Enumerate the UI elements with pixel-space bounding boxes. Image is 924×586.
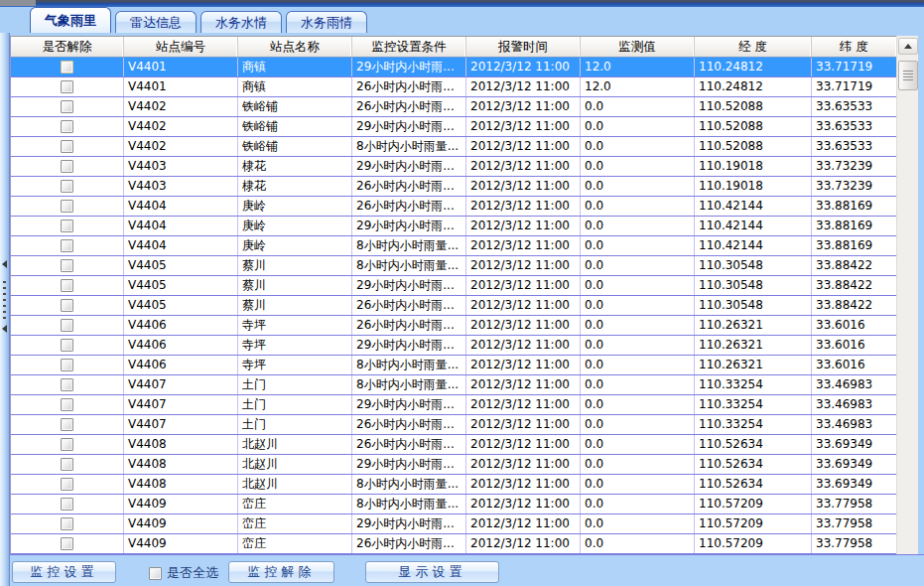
table-row[interactable]: V4403棣花26小时内小时雨...2012/3/12 11:000.0110.… (11, 177, 896, 197)
cell-station-name: 北赵川 (238, 455, 352, 474)
cell-station-id: V4404 (124, 197, 238, 216)
table-row[interactable]: V4409峦庄29小时内小时雨...2012/3/12 11:000.0110.… (11, 514, 896, 534)
row-release-checkbox[interactable] (61, 458, 73, 471)
cell-monitor-condition: 8小时内小时雨量... (352, 495, 466, 513)
row-release-checkbox[interactable] (61, 478, 73, 491)
row-release-checkbox[interactable] (61, 537, 73, 550)
table-row[interactable]: V4409峦庄26小时内小时雨...2012/3/12 11:000.0110.… (11, 534, 896, 554)
row-release-checkbox[interactable] (61, 220, 73, 232)
bottom-toolbar: 监控设置 是否全选 监控解除 显示设置 (10, 554, 924, 586)
cell-latitude: 33.88422 (812, 256, 896, 275)
select-all-checkbox[interactable] (149, 567, 162, 580)
row-release-checkbox[interactable] (61, 259, 73, 272)
table-row[interactable]: V4405蔡川26小时内小时雨...2012/3/12 11:000.0110.… (11, 296, 896, 316)
cell-monitor-value: 0.0 (581, 177, 695, 196)
cell-monitor-value: 0.0 (581, 534, 695, 553)
row-release-checkbox[interactable] (61, 339, 73, 352)
cell-alarm-time: 2012/3/12 11:00 (466, 415, 581, 434)
cell-station-name: 棣花 (238, 177, 352, 196)
column-header[interactable]: 站点名称 (238, 37, 352, 57)
column-header[interactable]: 站点编号 (124, 37, 238, 57)
row-release-checkbox[interactable] (61, 359, 73, 371)
row-release-checkbox[interactable] (61, 160, 73, 173)
table-row[interactable]: V4405蔡川29小时内小时雨...2012/3/12 11:000.0110.… (11, 276, 896, 296)
column-header[interactable]: 经 度 (695, 37, 812, 57)
table-row[interactable]: V4408北赵川26小时内小时雨...2012/3/12 11:000.0110… (11, 435, 896, 455)
tab-weather-rainfall[interactable]: 气象雨里 (30, 7, 111, 33)
table-row[interactable]: V4401商镇26小时内小时雨...2012/3/12 11:0012.0110… (11, 77, 896, 97)
row-release-checkbox[interactable] (61, 140, 73, 153)
tab-water-rainfall[interactable]: 水务雨情 (286, 11, 367, 33)
column-header[interactable]: 纬 度 (812, 37, 897, 57)
row-release-checkbox[interactable] (61, 299, 73, 312)
cell-station-id: V4401 (124, 58, 238, 76)
row-release-checkbox[interactable] (61, 398, 73, 411)
table-row[interactable]: V4406寺坪29小时内小时雨...2012/3/12 11:000.0110.… (11, 336, 896, 356)
table-row[interactable]: V4406寺坪8小时内小时雨量...2012/3/12 11:000.0110.… (11, 356, 896, 375)
table-row[interactable]: V4407土门26小时内小时雨...2012/3/12 11:000.0110.… (11, 415, 896, 435)
cell-alarm-time: 2012/3/12 11:00 (466, 177, 581, 196)
cell-monitor-condition: 29小时内小时雨... (352, 217, 466, 235)
monitor-release-button[interactable]: 监控解除 (228, 561, 334, 583)
row-release-checkbox[interactable] (61, 80, 73, 93)
cell-station-name: 寺坪 (238, 336, 352, 355)
row-release-checkbox[interactable] (61, 498, 73, 511)
table-row[interactable]: V4409峦庄8小时内小时雨量...2012/3/12 11:000.0110.… (11, 495, 896, 514)
row-release-checkbox[interactable] (61, 517, 73, 530)
cell-longitude: 110.33254 (695, 375, 812, 394)
splitter-collapse-arrow-bottom-icon[interactable] (2, 325, 7, 333)
row-release-checkbox[interactable] (61, 61, 73, 73)
row-release-checkbox[interactable] (61, 319, 73, 332)
cell-alarm-time: 2012/3/12 11:00 (466, 256, 581, 275)
row-release-checkbox[interactable] (61, 418, 73, 431)
table-row[interactable]: V4404庚岭29小时内小时雨...2012/3/12 11:000.0110.… (11, 217, 896, 236)
vertical-scrollbar[interactable] (896, 36, 918, 554)
table-row[interactable]: V4402铁峪铺8小时内小时雨量...2012/3/12 11:000.0110… (11, 137, 896, 157)
column-header[interactable]: 报警时间 (466, 37, 581, 57)
row-release-checkbox[interactable] (61, 239, 73, 252)
table-row[interactable]: V4407土门8小时内小时雨量...2012/3/12 11:000.0110.… (11, 375, 896, 395)
table-row[interactable]: V4402铁峪铺26小时内小时雨...2012/3/12 11:000.0110… (11, 97, 896, 117)
window-right-edge (918, 33, 924, 586)
table-row[interactable]: V4402铁峪铺29小时内小时雨...2012/3/12 11:000.0110… (11, 117, 896, 137)
cell-monitor-condition: 29小时内小时雨... (352, 514, 466, 533)
cell-release-flag (11, 514, 124, 533)
cell-alarm-time: 2012/3/12 11:00 (466, 395, 581, 414)
tab-water-regime[interactable]: 水务水情 (200, 11, 282, 33)
cell-release-flag (11, 375, 124, 394)
cell-alarm-time: 2012/3/12 11:00 (466, 475, 581, 494)
cell-monitor-value: 0.0 (581, 356, 695, 374)
table-row[interactable]: V4401商镇29小时内小时雨...2012/3/12 11:0012.0110… (11, 58, 896, 77)
splitter-collapse-arrow-top-icon[interactable] (2, 260, 7, 268)
scroll-up-button[interactable] (898, 38, 918, 55)
table-row[interactable]: V4403棣花29小时内小时雨...2012/3/12 11:000.0110.… (11, 157, 896, 177)
table-row[interactable]: V4408北赵川8小时内小时雨量...2012/3/12 11:000.0110… (11, 475, 896, 495)
table-row[interactable]: V4407土门29小时内小时雨...2012/3/12 11:000.0110.… (11, 395, 896, 415)
row-release-checkbox[interactable] (61, 438, 73, 451)
row-release-checkbox[interactable] (61, 100, 73, 113)
table-row[interactable]: V4408北赵川29小时内小时雨...2012/3/12 11:000.0110… (11, 455, 896, 475)
table-row[interactable]: V4405蔡川8小时内小时雨量...2012/3/12 11:000.0110.… (11, 256, 896, 276)
row-release-checkbox[interactable] (61, 120, 73, 133)
row-release-checkbox[interactable] (61, 378, 73, 391)
tab-radar-info[interactable]: 雷达信息 (115, 11, 197, 33)
cell-station-id: V4409 (124, 495, 238, 513)
splitter-grip-dots-icon[interactable] (3, 281, 6, 319)
column-header[interactable]: 监控设置条件 (352, 37, 466, 57)
cell-station-name: 棣花 (238, 157, 352, 176)
left-splitter[interactable] (0, 33, 10, 586)
scrollbar-thumb[interactable] (898, 61, 918, 90)
row-release-checkbox[interactable] (61, 180, 73, 193)
display-set-button[interactable]: 显示设置 (365, 561, 499, 583)
cell-latitude: 33.88422 (812, 296, 896, 315)
cell-monitor-condition: 29小时内小时雨... (352, 157, 466, 176)
row-release-checkbox[interactable] (61, 279, 73, 292)
cell-latitude: 33.71719 (812, 77, 896, 96)
column-header[interactable]: 是否解除 (11, 37, 124, 57)
table-row[interactable]: V4404庚岭8小时内小时雨量...2012/3/12 11:000.0110.… (11, 236, 896, 256)
monitor-set-button[interactable]: 监控设置 (12, 561, 116, 583)
row-release-checkbox[interactable] (61, 200, 73, 213)
table-row[interactable]: V4404庚岭26小时内小时雨...2012/3/12 11:000.0110.… (11, 197, 896, 217)
column-header[interactable]: 监测值 (581, 37, 695, 57)
table-row[interactable]: V4406寺坪26小时内小时雨...2012/3/12 11:000.0110.… (11, 316, 896, 336)
